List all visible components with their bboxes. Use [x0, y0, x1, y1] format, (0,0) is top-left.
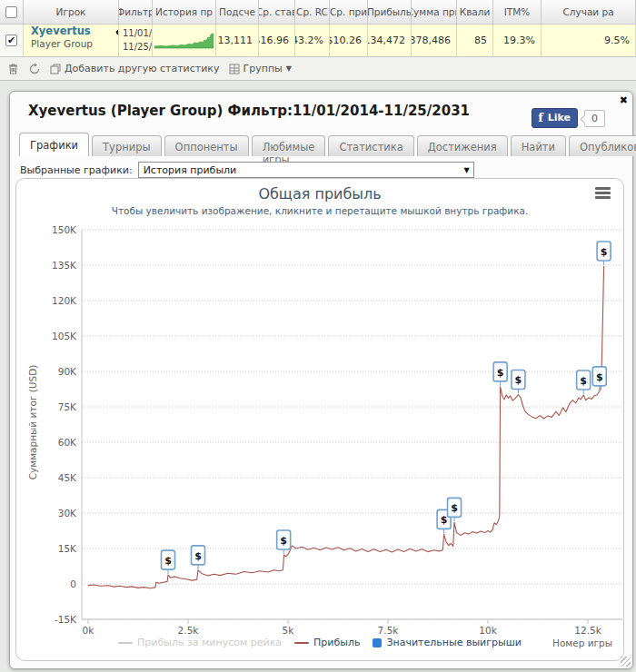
- facebook-like-button[interactable]: f Like: [532, 108, 578, 128]
- column-header-3[interactable]: История пр: [153, 0, 216, 24]
- column-header-8[interactable]: Прибыль: [368, 0, 412, 24]
- legend-label: Прибыль: [313, 637, 360, 648]
- legend-line-icon: [294, 642, 309, 644]
- player-group-label: Player Group: [31, 38, 93, 49]
- tab-4[interactable]: Статистика: [328, 135, 413, 156]
- svg-text:120K: 120K: [52, 295, 77, 306]
- svg-text:105K: 105K: [52, 331, 77, 341]
- svg-text:$: $: [601, 246, 608, 258]
- row-checkbox-cell: ✔: [0, 25, 24, 56]
- groups-grid-icon: [229, 64, 240, 74]
- filter-cell: 11/01/2 11/25/2: [119, 25, 153, 56]
- page: { "table": { "columns": ["", "Игрок", "Ф…: [0, 0, 636, 672]
- chart-legend: Прибыль за минусом рейкаПрибыльЗначитель…: [16, 637, 623, 648]
- svg-text:$: $: [451, 502, 458, 514]
- column-header-4[interactable]: Подсче: [216, 0, 259, 24]
- filter-to: 11/25/2: [123, 41, 153, 54]
- svg-text:$: $: [280, 535, 287, 547]
- cell-profit: $134,472: [368, 25, 412, 56]
- svg-text:Суммарный итог (USD): Суммарный итог (USD): [27, 365, 38, 480]
- tab-0[interactable]: Графики: [19, 133, 89, 156]
- svg-text:-15K: -15K: [55, 614, 77, 625]
- cell-cases: 9.5%: [542, 25, 636, 56]
- add-statistic-button[interactable]: Добавить другую статистику: [50, 63, 220, 74]
- svg-text:30K: 30K: [58, 508, 77, 519]
- tab-bar: ГрафикиТурнирыОппонентыЛюбимые игрыСтати…: [19, 133, 636, 156]
- profit-chart: Общая прибыль Чтобы увеличить изображени…: [15, 178, 624, 661]
- player-cell: Xyevertus Player Group: [24, 25, 119, 56]
- like-count-badge[interactable]: 0: [584, 110, 605, 127]
- cell-itm: 19.3%: [493, 25, 542, 56]
- svg-text:$: $: [194, 550, 202, 562]
- chart-type-select[interactable]: История прибыли ▼: [138, 162, 474, 178]
- row-checkbox[interactable]: ✔: [5, 35, 17, 46]
- cell-avg-rc: 43.2%: [295, 25, 330, 56]
- column-header-6[interactable]: Ср. RC: [295, 0, 330, 24]
- tab-6[interactable]: Найти: [511, 135, 566, 156]
- svg-text:$: $: [515, 374, 522, 386]
- chart-select-label: Выбранные графики:: [20, 164, 133, 176]
- column-header-7[interactable]: Ср. при: [330, 0, 368, 24]
- delete-icon[interactable]: [7, 63, 19, 75]
- column-header-5[interactable]: Ср. став: [259, 0, 295, 24]
- table-toolbar: Добавить другую статистику Группы ▼: [0, 57, 636, 80]
- facebook-like-widget: f Like 0: [532, 108, 605, 128]
- column-header-2[interactable]: Фильтр: [119, 0, 153, 24]
- legend-label: Прибыль за минусом рейка: [137, 637, 282, 648]
- x-axis-title: Номер игры: [552, 637, 612, 648]
- legend-item-2[interactable]: Значительные выигрыши: [373, 637, 521, 648]
- groups-button[interactable]: Группы ▼: [229, 63, 292, 74]
- cell-games-count: 13,111: [216, 25, 259, 56]
- svg-text:15K: 15K: [58, 543, 77, 554]
- svg-text:150K: 150K: [52, 224, 77, 235]
- filter-from: 11/01/2: [123, 27, 153, 41]
- cell-prize-sum: $378,486: [412, 25, 457, 56]
- tab-5[interactable]: Достижения: [417, 135, 508, 156]
- refresh-icon[interactable]: [28, 63, 41, 75]
- legend-item-0[interactable]: Прибыль за минусом рейка: [118, 637, 282, 648]
- tab-3[interactable]: Любимые игры: [252, 135, 326, 156]
- svg-text:0k: 0k: [83, 625, 95, 636]
- column-header-10[interactable]: Квали: [457, 0, 493, 24]
- svg-text:60K: 60K: [58, 437, 77, 448]
- column-header-11[interactable]: ITM%: [493, 0, 542, 24]
- chart-select-row: Выбранные графики: История прибыли ▼: [20, 162, 474, 178]
- svg-text:0: 0: [70, 578, 76, 589]
- facebook-logo-icon: f: [538, 111, 543, 124]
- column-header-9[interactable]: Сумма при: [412, 0, 457, 24]
- player-name-link[interactable]: Xyevertus: [31, 25, 91, 37]
- cell-avg-stake: $16.96: [259, 25, 295, 56]
- svg-text:10k: 10k: [479, 625, 497, 636]
- select-dropdown-arrow: ▼: [463, 166, 469, 174]
- player-stats-table: ИгрокФильтрИстория прПодсчеСр. ставСр. R…: [0, 0, 636, 81]
- svg-text:2.5k: 2.5k: [178, 625, 200, 636]
- svg-text:5k: 5k: [283, 625, 295, 636]
- legend-item-1[interactable]: Прибыль: [294, 637, 360, 648]
- column-header-0[interactable]: [0, 0, 24, 24]
- resize-grip-icon[interactable]: [621, 657, 631, 667]
- panel-title: Xyevertus (Player Group) Фильтр:11/01/20…: [28, 103, 470, 119]
- table-row: ✔ Xyevertus Player Group 11/01/2 11/25/2…: [0, 25, 636, 57]
- tab-1[interactable]: Турниры: [92, 135, 162, 156]
- chart-plot-area[interactable]: -15K015K30K45K60K75K90K105K120K135K150K0…: [16, 179, 623, 660]
- legend-line-icon: [118, 642, 133, 644]
- svg-text:$: $: [441, 514, 448, 526]
- svg-text:$: $: [596, 371, 603, 383]
- player-report-panel: ✖ Xyevertus (Player Group) Фильтр:11/01/…: [9, 91, 633, 669]
- column-header-1[interactable]: Игрок: [24, 0, 119, 24]
- column-header-12[interactable]: Случаи ра: [542, 0, 636, 24]
- svg-text:$: $: [497, 367, 504, 379]
- tab-7[interactable]: Опубликовать: [569, 135, 636, 156]
- profit-sparkline: [154, 31, 214, 51]
- tab-2[interactable]: Оппоненты: [164, 135, 249, 156]
- table-header-row: ИгрокФильтрИстория прПодсчеСр. ставСр. R…: [0, 0, 636, 25]
- svg-text:12.5k: 12.5k: [574, 625, 601, 636]
- close-icon[interactable]: ✖: [620, 94, 628, 106]
- chart-type-selected-value: История прибыли: [144, 164, 237, 176]
- select-all-checkbox[interactable]: [5, 6, 17, 18]
- svg-text:135K: 135K: [52, 260, 77, 271]
- history-sparkline-cell: [153, 25, 216, 56]
- groups-dropdown-arrow: ▼: [286, 64, 292, 73]
- legend-label: Значительные выигрыши: [386, 637, 521, 648]
- cell-qualified: 85: [457, 25, 493, 56]
